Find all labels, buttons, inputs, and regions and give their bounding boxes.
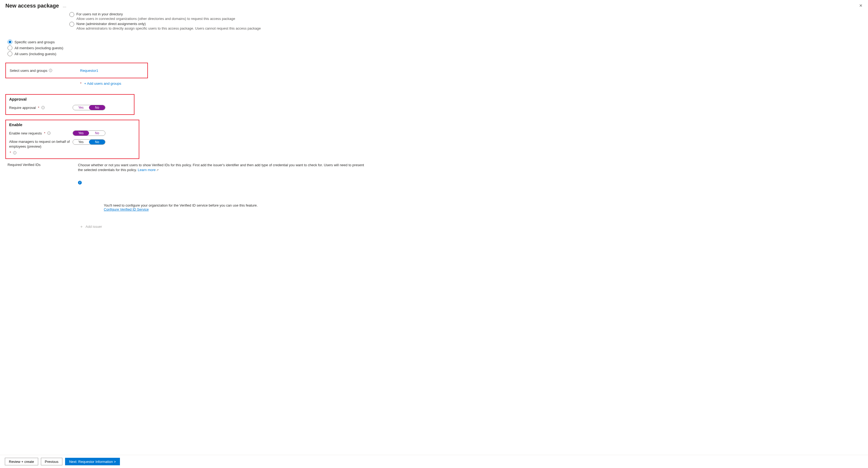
approval-section: Approval Require approval * i Yes No bbox=[5, 94, 134, 115]
required-star-icon: * bbox=[10, 150, 11, 155]
radio-all-users[interactable]: All users (including guests) bbox=[7, 51, 395, 56]
configure-verified-id-link[interactable]: Configure Verified ID Service bbox=[104, 207, 149, 211]
radio-description: Allow administrators to directly assign … bbox=[76, 26, 261, 30]
enable-section: Enable Enable new requests * i Yes No Al… bbox=[5, 120, 139, 159]
enable-new-requests-toggle[interactable]: Yes No bbox=[72, 130, 105, 136]
plus-icon: ＋ bbox=[80, 224, 83, 229]
radio-label: Specific users and groups bbox=[14, 40, 55, 44]
radio-icon bbox=[7, 45, 12, 50]
require-approval-label: Require approval bbox=[9, 106, 36, 110]
info-ball-icon: i bbox=[78, 181, 82, 185]
radio-label: All users (including guests) bbox=[14, 52, 56, 56]
radio-selected-icon bbox=[7, 39, 12, 44]
radio-not-in-directory[interactable]: For users not in your directory Allow us… bbox=[69, 12, 395, 21]
approval-title: Approval bbox=[9, 97, 131, 101]
radio-icon bbox=[69, 22, 74, 27]
required-star-icon: * bbox=[80, 82, 82, 86]
toggle-yes[interactable]: Yes bbox=[73, 139, 89, 145]
radio-label: All members (excluding guests) bbox=[14, 46, 63, 50]
configure-prompt-text: You'll need to configure your organizati… bbox=[104, 203, 395, 207]
allow-managers-toggle[interactable]: Yes No bbox=[72, 139, 105, 145]
radio-icon bbox=[69, 12, 74, 17]
required-star-icon: * bbox=[44, 131, 45, 135]
add-issuer-label: Add issuer bbox=[86, 225, 102, 229]
external-link-icon: ↗ bbox=[156, 168, 159, 171]
more-menu-icon[interactable]: … bbox=[63, 4, 66, 8]
info-icon[interactable]: i bbox=[13, 151, 17, 154]
toggle-no[interactable]: No bbox=[89, 105, 105, 110]
info-icon[interactable]: i bbox=[47, 131, 51, 135]
radio-label: None (administrator direct assignments o… bbox=[76, 22, 261, 26]
info-icon[interactable]: i bbox=[41, 106, 44, 109]
add-users-groups-link[interactable]: + Add users and groups bbox=[84, 82, 121, 86]
toggle-yes[interactable]: Yes bbox=[73, 105, 89, 110]
radio-none[interactable]: None (administrator direct assignments o… bbox=[69, 22, 395, 30]
info-icon[interactable]: i bbox=[49, 69, 52, 72]
allow-managers-label: Allow managers to request on behalf of e… bbox=[9, 139, 72, 149]
toggle-no[interactable]: No bbox=[89, 131, 105, 135]
radio-all-members[interactable]: All members (excluding guests) bbox=[7, 45, 395, 50]
radio-label: For users not in your directory bbox=[76, 12, 235, 16]
require-approval-toggle[interactable]: Yes No bbox=[72, 105, 105, 110]
select-users-section: Select users and groups i Requestor1 bbox=[5, 63, 148, 78]
enable-new-requests-label: Enable new requests bbox=[9, 131, 42, 135]
enable-title: Enable bbox=[9, 122, 135, 127]
required-verified-ids-label: Required Verified IDs bbox=[7, 163, 41, 167]
radio-specific-users-groups[interactable]: Specific users and groups bbox=[7, 39, 395, 44]
add-issuer-button: ＋ Add issuer bbox=[80, 224, 395, 229]
learn-more-link[interactable]: Learn more bbox=[138, 168, 155, 172]
verified-ids-description: Choose whether or not you want users to … bbox=[78, 163, 364, 172]
selected-user-chip[interactable]: Requestor1 bbox=[80, 69, 98, 73]
radio-description: Allow users in connected organizations (… bbox=[76, 17, 235, 21]
select-users-label: Select users and groups bbox=[10, 69, 47, 73]
required-star-icon: * bbox=[38, 106, 39, 110]
toggle-no[interactable]: No bbox=[89, 139, 105, 145]
radio-icon bbox=[7, 51, 12, 56]
page-title: New access package bbox=[5, 3, 59, 9]
toggle-yes[interactable]: Yes bbox=[73, 131, 89, 135]
close-icon[interactable]: ✕ bbox=[859, 3, 863, 8]
